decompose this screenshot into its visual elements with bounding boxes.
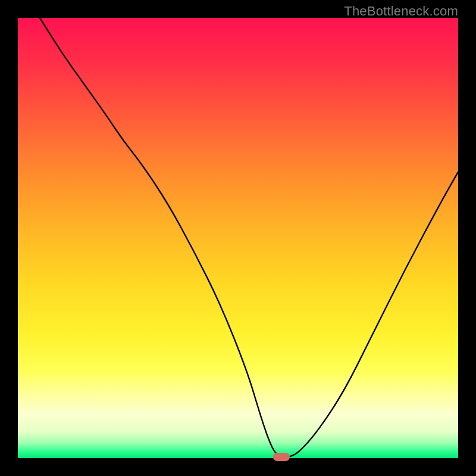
chart-frame: TheBottleneck.com xyxy=(0,0,476,476)
plot-area xyxy=(18,18,458,458)
bottleneck-curve xyxy=(18,18,458,458)
optimal-marker xyxy=(273,453,290,461)
watermark-text: TheBottleneck.com xyxy=(344,4,458,19)
